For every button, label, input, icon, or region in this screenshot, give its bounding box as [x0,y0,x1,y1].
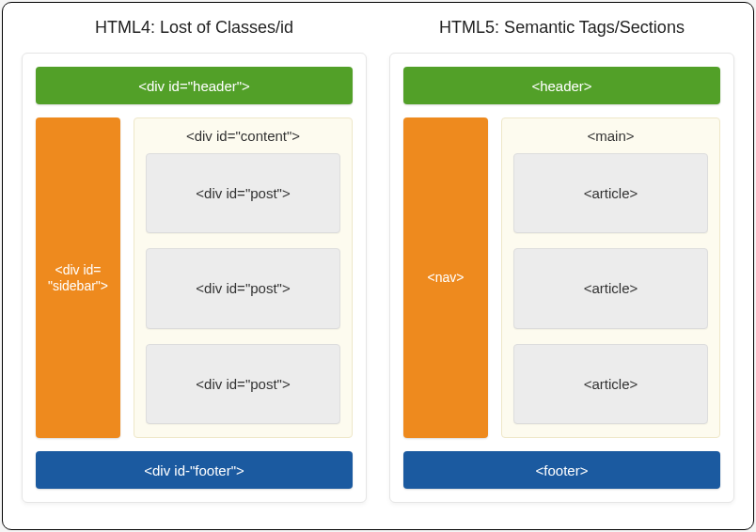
html5-card: <header> <nav> <main> <article> <article… [389,53,734,503]
html5-posts: <article> <article> <article> [513,153,708,424]
html5-content-box: <main> <article> <article> <article> [501,117,720,438]
html5-footer-box: <footer> [403,451,720,489]
html5-title: HTML5: Semantic Tags/Sections [389,18,734,38]
html4-post-box: <div id="post"> [146,153,340,233]
html4-posts: <div id="post"> <div id="post"> <div id=… [146,153,340,424]
html5-panel: HTML5: Semantic Tags/Sections <header> <… [389,18,734,503]
html5-post-box: <article> [513,248,708,328]
html5-header-box: <header> [403,67,720,104]
diagram-container: HTML4: Lost of Classes/id <div id="heade… [2,2,754,530]
html4-content-box: <div id="content"> <div id="post"> <div … [134,117,353,438]
html5-post-box: <article> [513,153,708,233]
html4-post-box: <div id="post"> [146,344,340,424]
html4-sidebar-box: <div id= "sidebar"> [36,117,120,438]
html4-title: HTML4: Lost of Classes/id [22,18,367,38]
html5-middle: <nav> <main> <article> <article> <articl… [403,117,720,438]
html5-sidebar-box: <nav> [403,117,488,438]
html4-footer-box: <div id-"footer"> [36,451,353,489]
html4-middle: <div id= "sidebar"> <div id="content"> <… [36,117,353,438]
html4-card: <div id="header"> <div id= "sidebar"> <d… [22,53,367,503]
html4-panel: HTML4: Lost of Classes/id <div id="heade… [22,18,367,503]
html4-header-box: <div id="header"> [36,67,353,104]
html4-content-title: <div id="content"> [146,128,340,144]
html5-content-title: <main> [513,128,708,144]
html4-post-box: <div id="post"> [146,248,340,328]
html5-post-box: <article> [513,344,708,424]
